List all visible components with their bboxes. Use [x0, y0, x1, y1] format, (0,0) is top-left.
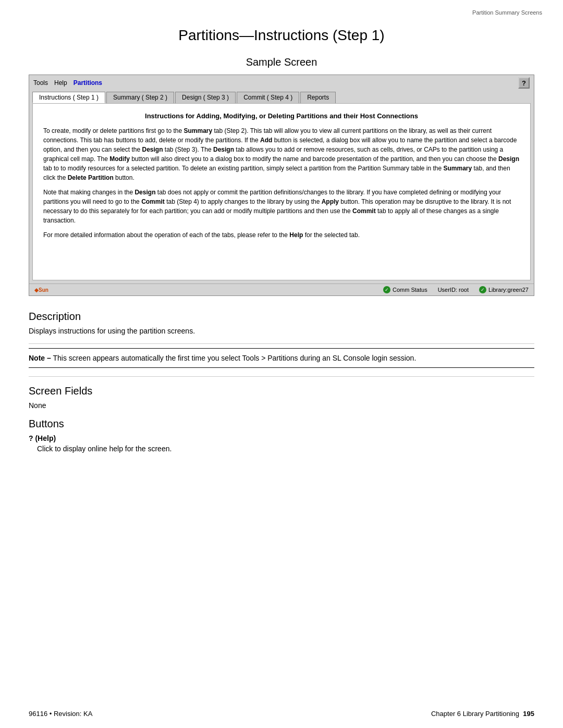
menu-partitions[interactable]: Partitions — [74, 79, 102, 87]
footer-right-prefix: Chapter 6 Library Partitioning — [431, 710, 519, 718]
note-label: Note – — [29, 354, 51, 362]
buttons-section: Buttons ? (Help) Click to display online… — [29, 418, 534, 453]
note-text: This screen appears automatically the fi… — [51, 354, 417, 362]
content-area: Instructions for Adding, Modifying, or D… — [32, 103, 531, 280]
footer-right: Chapter 6 Library Partitioning 195 — [431, 710, 534, 718]
status-bar-left: ◆Sun — [34, 287, 48, 293]
description-section: Description Displays instructions for us… — [29, 311, 534, 377]
comm-status-label: Comm Status — [393, 287, 427, 293]
menu-tools[interactable]: Tools — [33, 79, 48, 87]
sample-screen-heading: Sample Screen — [0, 56, 563, 68]
buttons-heading: Buttons — [29, 418, 534, 430]
library-status: ✓ Library:green27 — [479, 286, 529, 293]
button-item-desc-0: Click to display online help for the scr… — [29, 445, 534, 453]
status-bar-right: ✓ Comm Status UserID: root ✓ Library:gre… — [383, 286, 529, 293]
breadcrumb-text: Partition Summary Screens — [472, 9, 542, 16]
content-title: Instructions for Adding, Modifying, or D… — [43, 112, 520, 120]
content-paragraph2: Note that making changes in the Design t… — [43, 188, 520, 225]
help-button[interactable]: ? — [518, 77, 530, 89]
footer-page-number: 195 — [523, 710, 534, 718]
library-status-icon: ✓ — [479, 286, 486, 293]
tab-summary-step2[interactable]: Summary ( Step 2 ) — [106, 92, 174, 103]
tab-commit-step4[interactable]: Commit ( Step 4 ) — [237, 92, 299, 103]
button-item-label-0: ? (Help) — [29, 434, 534, 442]
divider-top — [29, 343, 534, 344]
page-breadcrumb: Partition Summary Screens — [0, 0, 563, 18]
sun-logo: ◆Sun — [34, 287, 48, 293]
description-text: Displays instructions for using the part… — [29, 327, 534, 335]
content-body: To create, modify or delete partitions f… — [43, 126, 520, 240]
status-bar: ◆Sun ✓ Comm Status UserID: root ✓ Librar… — [29, 283, 534, 295]
tab-design-step3[interactable]: Design ( Step 3 ) — [175, 92, 236, 103]
screen-fields-section: Screen Fields None — [29, 385, 534, 410]
menu-bar: Tools Help Partitions ? — [29, 75, 534, 91]
page-title: Partitions—Instructions (Step 1) — [0, 27, 563, 44]
tab-bar: Instructions ( Step 1 ) Summary ( Step 2… — [29, 91, 534, 103]
screen-fields-heading: Screen Fields — [29, 385, 534, 397]
userid-label: UserID: root — [438, 287, 469, 293]
page-footer: 96116 • Revision: KA Chapter 6 Library P… — [29, 710, 534, 718]
comm-status-icon: ✓ — [383, 286, 390, 293]
description-heading: Description — [29, 311, 534, 323]
menu-bar-left: Tools Help Partitions — [33, 79, 102, 87]
tab-instructions-step1[interactable]: Instructions ( Step 1 ) — [32, 92, 105, 103]
menu-help[interactable]: Help — [54, 79, 67, 87]
note-box: Note – This screen appears automatically… — [29, 348, 534, 368]
userid-status: UserID: root — [438, 287, 469, 293]
tab-reports[interactable]: Reports — [300, 92, 336, 103]
content-paragraph1: To create, modify or delete partitions f… — [43, 126, 520, 182]
content-paragraph3: For more detailed information about the … — [43, 230, 520, 240]
footer-left: 96116 • Revision: KA — [29, 710, 92, 718]
sample-screen-container: Tools Help Partitions ? Instructions ( S… — [29, 75, 534, 296]
comm-status: ✓ Comm Status — [383, 286, 427, 293]
button-item-0: ? (Help) Click to display online help fo… — [29, 434, 534, 453]
divider-bottom — [29, 376, 534, 377]
library-label: Library:green27 — [488, 287, 529, 293]
screen-fields-value: None — [29, 401, 534, 410]
